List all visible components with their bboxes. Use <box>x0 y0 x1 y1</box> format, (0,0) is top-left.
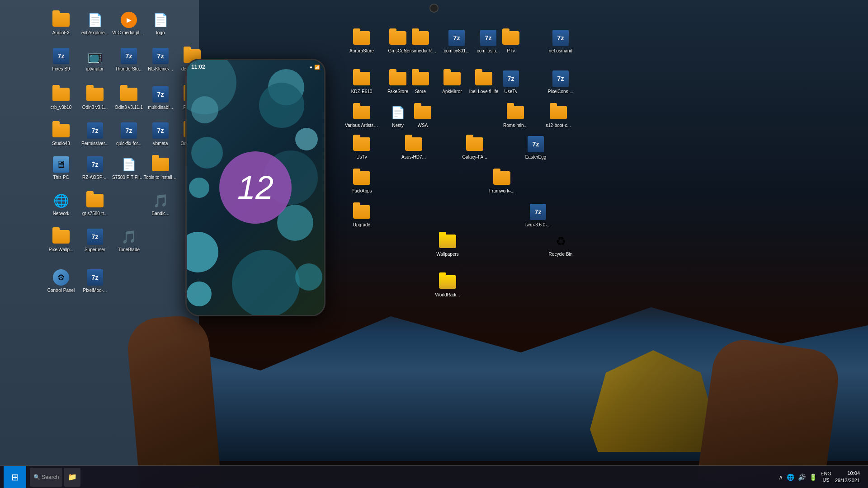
phone: 11:02 ● 📶 12 <box>185 59 326 316</box>
icon-pixelwallp[interactable]: PixelWallp... <box>43 226 79 254</box>
taskbar-tray: ∧ 🌐 🔊 🔋 ENG US 10:04 29/12/2021 <box>774 470 864 484</box>
icon-recycle[interactable]: ♻ Recycle Bin <box>542 230 579 259</box>
icon-AudioFX[interactable]: AudioFX <box>43 9 79 38</box>
icon-tuneblade[interactable]: 🎵 TuneBlade <box>111 226 147 254</box>
icon-vbmeta[interactable]: 7z vbmeta <box>142 120 179 148</box>
taskbar: ⊞ 🔍 Search 📁 ∧ 🌐 🔊 🔋 ENG US 10:04 29/12/… <box>0 465 868 488</box>
icon-thispc[interactable]: 🖥 This PC <box>43 154 79 182</box>
icon-asushd7[interactable]: Asus-HD7... <box>396 133 432 162</box>
icon-network[interactable]: 🌐 Network <box>43 190 79 218</box>
icon-apkmirror[interactable]: ApkMirror <box>434 68 470 96</box>
icon-variousartists[interactable]: Various Artists - D... <box>344 102 380 130</box>
icon-permissiver[interactable]: 7z Permissiver... <box>77 120 113 148</box>
icon-worldradi[interactable]: WorldRadi... <box>429 271 466 300</box>
icon-odin311[interactable]: Odin3 v3.11.1 <box>111 84 147 112</box>
icon-fixess9[interactable]: 7z Fixes S9 <box>43 45 79 74</box>
icon-pixelcons[interactable]: 7z PixelCons-... <box>542 68 579 96</box>
icon-quickfix[interactable]: 7z quickfix-for... <box>111 120 147 148</box>
start-button[interactable]: ⊞ <box>4 466 26 488</box>
icon-puckapps[interactable]: PuckApps <box>344 167 380 196</box>
taskbar-clock[interactable]: 10:04 29/12/2021 <box>835 470 860 484</box>
icon-ptv[interactable]: PTv <box>493 27 529 56</box>
icon-multidisabl[interactable]: 7z multidisabl... <box>142 84 179 112</box>
hand-left <box>125 314 221 488</box>
icon-s12bootc[interactable]: s12-boot-c... <box>540 102 576 130</box>
icon-kdze610[interactable]: KDZ-E610 <box>344 68 380 96</box>
icon-easteregg[interactable]: 7z EasterEgg <box>518 133 554 162</box>
icon-s7580pit[interactable]: 📄 S7580 PIT File allmobilesо... <box>111 154 147 182</box>
icon-wallpapers[interactable]: Wallpapers <box>429 230 466 259</box>
android-logo: 12 <box>219 151 292 224</box>
desktop: AudioFX 📄 ext2explore... VLC media playe… <box>0 0 868 488</box>
taskbar-search[interactable]: 🔍 Search <box>30 468 62 487</box>
icon-ext2explore[interactable]: 📄 ext2explore... <box>77 9 113 38</box>
icon-gts7580[interactable]: gt-s7580-tr... <box>77 190 113 218</box>
icon-usetv[interactable]: 7z UseTv <box>493 68 529 96</box>
icon-bandic[interactable]: 🎵 Bandic... <box>142 190 179 218</box>
icon-comcy801[interactable]: 7z com.cy801... <box>439 27 475 56</box>
icon-framwork[interactable]: Framwork-... <box>484 167 520 196</box>
icon-twrp360[interactable]: 7z twrp-3.6.0-... <box>520 201 556 230</box>
icon-upgrade[interactable]: Upgrade <box>344 201 380 230</box>
tray-network[interactable]: 🌐 <box>787 474 794 481</box>
icon-wsa[interactable]: WSA <box>405 102 441 130</box>
tray-battery[interactable]: 🔋 <box>809 474 817 481</box>
webcam <box>429 4 439 13</box>
icon-aurorastore[interactable]: AuroraStore <box>344 27 380 56</box>
icon-sensimedia[interactable]: Sensimedia Roots Reg... <box>402 27 439 56</box>
tray-language[interactable]: ENG US <box>821 471 831 483</box>
icon-ustv[interactable]: UsTv <box>344 133 380 162</box>
phone-status-bar: 11:02 ● 📶 <box>191 64 320 70</box>
phone-screen: 11:02 ● 📶 12 <box>187 60 324 315</box>
taskbar-center: 🔍 Search 📁 <box>26 468 774 487</box>
icon-crb[interactable]: crb_v3b10 <box>43 84 79 112</box>
icon-superuser[interactable]: 7z Superuser <box>77 226 113 254</box>
icon-studio48[interactable]: Studio48 <box>43 120 79 148</box>
icon-logo[interactable]: 📄 logo <box>142 9 179 38</box>
icon-netosmand[interactable]: 7z net.osmand <box>542 27 579 56</box>
icon-rzaosp[interactable]: 7z RZ-AOSP-... <box>77 154 113 182</box>
icon-romsmin[interactable]: Roms-min... <box>497 102 533 130</box>
icon-iptvnator[interactable]: 📺 iptvnator <box>77 45 113 74</box>
icon-controlpanel[interactable]: ⚙ Control Panel <box>43 267 79 295</box>
icon-odin31[interactable]: Odin3 v3.1... <box>77 84 113 112</box>
icon-pixelmod[interactable]: 7z PixelMod-... <box>77 267 113 295</box>
icon-store[interactable]: Store <box>402 68 439 96</box>
icon-thunderstu[interactable]: 7z ThunderStu... <box>111 45 147 74</box>
tray-chevron[interactable]: ∧ <box>778 474 783 481</box>
icon-toolsto[interactable]: Tools to install Andi... <box>142 154 179 182</box>
icon-nlkleine[interactable]: 7z NL-Kleine-... <box>142 45 179 74</box>
tray-speaker[interactable]: 🔊 <box>798 474 806 481</box>
icon-galaxyfa[interactable]: Galaxy-FA... <box>457 133 493 162</box>
icon-vlcmedia[interactable]: VLC media player <box>111 9 147 38</box>
taskbar-file-explorer[interactable]: 📁 <box>64 468 80 487</box>
